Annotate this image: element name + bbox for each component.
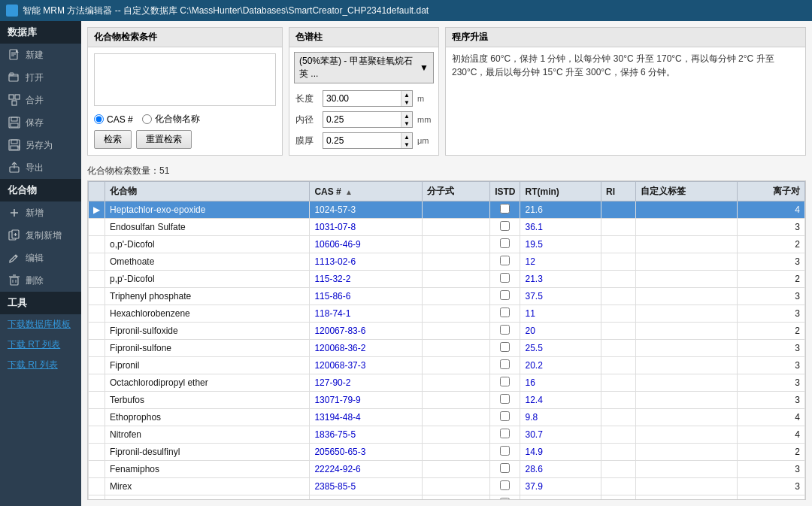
table-row[interactable]: p,p'-Dicofol115-32-221.32 [89, 271, 805, 288]
th-compound[interactable]: 化合物 [105, 182, 310, 201]
istd-cell[interactable] [490, 305, 520, 323]
istd-cell[interactable] [490, 236, 520, 253]
istd-checkbox[interactable] [500, 463, 510, 473]
istd-cell[interactable] [490, 219, 520, 236]
istd-checkbox[interactable] [500, 238, 510, 248]
istd-cell[interactable] [490, 444, 520, 461]
ion-pair-cell: 4 [737, 409, 804, 426]
istd-checkbox[interactable] [500, 325, 510, 335]
sidebar-link-ri[interactable]: 下载 RI 列表 [0, 355, 81, 375]
reset-search-button[interactable]: 重置检索 [136, 130, 192, 149]
istd-cell[interactable] [490, 201, 520, 219]
istd-checkbox[interactable] [500, 308, 510, 317]
istd-cell[interactable] [490, 357, 520, 374]
sidebar-item-open[interactable]: 打开 [0, 66, 81, 89]
istd-checkbox[interactable] [500, 342, 510, 352]
table-row[interactable]: Endosulfan Sulfate1031-07-836.13 [89, 219, 805, 236]
sidebar-item-edit[interactable]: 编辑 [0, 247, 81, 269]
column-dropdown[interactable]: (50%苯基) - 甲基聚硅氧烷石英 ... ▼ [294, 52, 434, 83]
table-row[interactable]: Triphenyl phosphate115-86-637.53 [89, 288, 805, 305]
id-up-btn[interactable]: ▲ [401, 112, 412, 120]
field-id-input-wrap: ▲ ▼ [323, 111, 413, 128]
istd-cell[interactable] [490, 426, 520, 444]
istd-checkbox[interactable] [500, 221, 510, 231]
rt-cell: 12 [520, 253, 601, 271]
table-row[interactable]: Fipronil-desulfinyl205650-65-314.92 [89, 444, 805, 461]
istd-cell[interactable] [490, 409, 520, 426]
table-row[interactable]: Octachlorodipropyl ether127-90-2163 [89, 374, 805, 392]
istd-cell[interactable] [490, 461, 520, 478]
th-ion-pair[interactable]: 离子对 [737, 182, 804, 201]
istd-checkbox[interactable] [500, 429, 510, 438]
length-down-btn[interactable]: ▼ [401, 98, 412, 106]
thickness-down-btn[interactable]: ▼ [401, 141, 412, 148]
istd-cell[interactable] [490, 392, 520, 409]
field-thickness-input[interactable] [323, 134, 401, 147]
istd-cell[interactable] [490, 340, 520, 357]
istd-cell[interactable] [490, 495, 520, 501]
istd-checkbox[interactable] [500, 256, 510, 265]
table-row[interactable]: Hexachlorobenzene118-74-1113 [89, 305, 805, 323]
istd-cell[interactable] [490, 478, 520, 495]
search-textarea[interactable] [94, 53, 276, 106]
export-icon [8, 161, 21, 174]
table-row[interactable]: ▶Heptachlor-exo-epoxide1024-57-321.64 [89, 201, 805, 219]
formula-cell [422, 392, 489, 409]
search-button[interactable]: 检索 [94, 130, 132, 149]
radio-cas[interactable]: CAS # [94, 114, 133, 125]
table-row[interactable]: o,p'-Dicofol10606-46-919.52 [89, 236, 805, 253]
istd-checkbox[interactable] [500, 394, 510, 404]
istd-checkbox[interactable] [500, 446, 510, 456]
table-row[interactable]: Ethoprophos13194-48-49.84 [89, 409, 805, 426]
istd-cell[interactable] [490, 323, 520, 340]
table-row[interactable]: Isocarbophos24353-61-523.13 [89, 495, 805, 501]
istd-cell[interactable] [490, 288, 520, 305]
istd-checkbox[interactable] [500, 273, 510, 283]
compound-name-cell: p,p'-Dicofol [105, 271, 310, 288]
istd-cell[interactable] [490, 271, 520, 288]
length-up-btn[interactable]: ▲ [401, 91, 412, 98]
cas-cell: 13071-79-9 [310, 392, 422, 409]
field-id-input[interactable] [323, 113, 401, 126]
thickness-up-btn[interactable]: ▲ [401, 133, 412, 141]
id-down-btn[interactable]: ▼ [401, 120, 412, 127]
formula-cell [422, 478, 489, 495]
table-row[interactable]: Mirex2385-85-537.93 [89, 478, 805, 495]
sidebar-item-add[interactable]: 新增 [0, 201, 81, 224]
table-row[interactable]: Fipronil-sulfoxide120067-83-6202 [89, 323, 805, 340]
table-row[interactable]: Fipronil-sulfone120068-36-225.53 [89, 340, 805, 357]
istd-cell[interactable] [490, 374, 520, 392]
sidebar-item-save[interactable]: 保存 [0, 111, 81, 134]
istd-checkbox[interactable] [500, 377, 510, 386]
table-row[interactable]: Nitrofen1836-75-530.74 [89, 426, 805, 444]
table-row[interactable]: Terbufos13071-79-912.43 [89, 392, 805, 409]
ion-pair-cell: 3 [737, 357, 804, 374]
istd-cell[interactable] [490, 253, 520, 271]
sidebar-link-rt[interactable]: 下载 RT 列表 [0, 335, 81, 355]
istd-checkbox[interactable] [500, 359, 510, 369]
sidebar-item-new[interactable]: 新建 [0, 44, 81, 66]
table-container[interactable]: 化合物 CAS # ▲ 分子式 ISTD [87, 180, 806, 500]
sidebar-item-delete[interactable]: 删除 [0, 269, 81, 292]
th-istd[interactable]: ISTD [490, 182, 520, 201]
th-rt[interactable]: RT(min) [520, 182, 601, 201]
th-ri[interactable]: RI [601, 182, 635, 201]
radio-compound-name[interactable]: 化合物名称 [142, 113, 200, 126]
sidebar-item-export[interactable]: 导出 [0, 156, 81, 179]
sidebar-item-saveas[interactable]: + 另存为 [0, 134, 81, 156]
th-formula[interactable]: 分子式 [422, 182, 489, 201]
istd-checkbox[interactable] [500, 480, 510, 490]
table-row[interactable]: Fipronil120068-37-320.23 [89, 357, 805, 374]
table-row[interactable]: Fenamiphos22224-92-628.63 [89, 461, 805, 478]
sidebar-item-copyadd[interactable]: 复制新增 [0, 224, 81, 247]
th-cas[interactable]: CAS # ▲ [310, 182, 422, 201]
istd-checkbox[interactable] [500, 411, 510, 421]
sidebar-item-merge[interactable]: 合并 [0, 89, 81, 111]
field-length-input[interactable] [323, 92, 401, 105]
table-row[interactable]: Omethoate1113-02-6123 [89, 253, 805, 271]
istd-checkbox[interactable] [500, 290, 510, 300]
istd-checkbox[interactable] [500, 498, 510, 500]
th-custom-tag[interactable]: 自定义标签 [636, 182, 738, 201]
sidebar-link-template[interactable]: 下载数据库模板 [0, 314, 81, 335]
istd-checkbox[interactable] [500, 204, 510, 214]
